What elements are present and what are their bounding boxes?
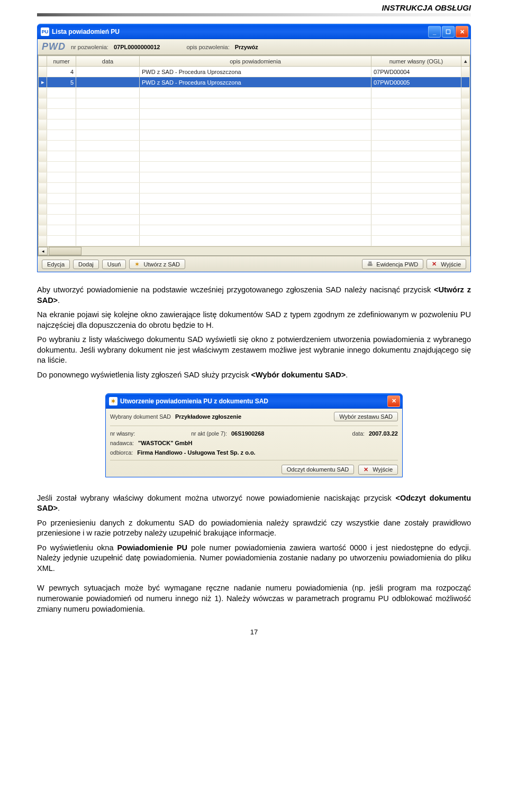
scroll-gutter	[461, 204, 470, 215]
cell-opis	[140, 130, 371, 141]
cell-data	[76, 77, 140, 88]
cell-opis	[140, 204, 371, 215]
cell-opis	[140, 151, 371, 162]
col-opis[interactable]: opis powiadomienia	[140, 56, 371, 67]
scroll-gutter	[461, 162, 470, 172]
cell-data	[76, 236, 140, 246]
col-scroll-placeholder: ▴	[461, 56, 470, 67]
para1c: .	[58, 296, 60, 304]
para5c: .	[58, 504, 60, 512]
cell-wlasny	[371, 193, 461, 204]
cell-opis: PWD z SAD - Procedura Uproszczona	[140, 67, 371, 77]
cell-numer	[47, 172, 76, 183]
scroll-gutter	[461, 67, 470, 77]
odczyt-dokumentu-sad-button[interactable]: Odczyt dokumentu SAD	[282, 465, 354, 474]
cell-data	[76, 204, 140, 215]
wyjscie-button[interactable]: Wyjście	[358, 465, 398, 475]
cell-numer	[47, 151, 76, 162]
scroll-gutter	[461, 109, 470, 119]
close-button[interactable]: ✕	[456, 26, 468, 38]
cell-opis: PWD z SAD - Procedura Uproszczona	[140, 77, 371, 88]
usun-button[interactable]: Usuń	[102, 260, 126, 269]
maximize-button[interactable]: ☐	[442, 26, 455, 38]
table-row[interactable]	[39, 141, 470, 151]
para4a: Do ponownego wyświetlenia listy zgłoszeń…	[37, 371, 251, 379]
grid[interactable]: numer data opis powiadomienia numer włas…	[38, 55, 470, 256]
table-row[interactable]	[39, 236, 470, 246]
wybrany-dokument-value: Przykładowe zgłoszenie	[175, 413, 241, 420]
row-indicator	[39, 215, 47, 225]
cell-data	[76, 109, 140, 119]
table-row[interactable]	[39, 88, 470, 98]
cell-wlasny	[371, 215, 461, 225]
minimize-button[interactable]: _	[428, 26, 441, 38]
table-row[interactable]	[39, 119, 470, 130]
table-row[interactable]	[39, 109, 470, 119]
cell-wlasny	[371, 151, 461, 162]
para7a: Po wyświetleniu okna	[37, 543, 117, 552]
cell-data	[76, 151, 140, 162]
cell-numer: 4	[47, 67, 76, 77]
cell-wlasny: 07PWD00005	[371, 77, 461, 88]
scroll-left-icon[interactable]: ◂	[38, 247, 48, 255]
wyjscie-button[interactable]: Wyjście	[427, 259, 466, 269]
nadawca-value: "WASTOCK" GmbH	[138, 440, 193, 446]
table-row[interactable]	[39, 172, 470, 183]
row-indicator	[39, 172, 47, 183]
scroll-gutter	[461, 141, 470, 151]
scroll-gutter	[461, 88, 470, 98]
titlebar[interactable]: Utworzenie powiadomienia PU z dokumentu …	[106, 394, 402, 409]
table-row[interactable]	[39, 98, 470, 109]
cell-data	[76, 98, 140, 109]
cell-wlasny	[371, 225, 461, 236]
table-row[interactable]	[39, 215, 470, 225]
titlebar[interactable]: PU Lista powiadomień PU _ ☐ ✕	[38, 24, 470, 39]
odbiorca-value: Firma Handlowo - Usługowa Test Sp. z o.o…	[137, 449, 255, 456]
cell-wlasny	[371, 119, 461, 130]
doc-header-title: INSTRUKCJA OBSŁUGI	[37, 0, 471, 12]
scroll-gutter	[461, 193, 470, 204]
nr-wlasny-label: nr własny:	[110, 430, 135, 437]
col-data[interactable]: data	[76, 56, 140, 67]
cell-wlasny	[371, 98, 461, 109]
close-icon	[432, 261, 439, 267]
table-row[interactable]: 4PWD z SAD - Procedura Uproszczona07PWD0…	[39, 67, 470, 77]
scroll-gutter	[461, 130, 470, 141]
utworz-z-sad-button[interactable]: Utwórz z SAD	[129, 259, 185, 269]
table-row[interactable]	[39, 204, 470, 215]
table-row[interactable]	[39, 225, 470, 236]
row-indicator	[39, 119, 47, 130]
table-row[interactable]	[39, 162, 470, 172]
cell-data	[76, 193, 140, 204]
horizontal-scrollbar[interactable]: ◂	[38, 246, 470, 255]
edycja-button[interactable]: Edycja	[42, 260, 70, 269]
cell-opis	[140, 162, 371, 172]
row-indicator	[39, 204, 47, 215]
cell-data	[76, 88, 140, 98]
table-row[interactable]	[39, 130, 470, 141]
cell-opis	[140, 236, 371, 246]
wybor-zestawu-sad-button[interactable]: Wybór zestawu SAD	[334, 412, 398, 421]
scroll-thumb[interactable]	[49, 247, 81, 255]
scroll-gutter	[461, 236, 470, 246]
col-wlasny[interactable]: numer własny (OGL)	[371, 56, 461, 67]
cell-wlasny	[371, 141, 461, 151]
table-row[interactable]	[39, 183, 470, 193]
row-indicator	[39, 183, 47, 193]
header-divider	[37, 13, 471, 16]
table-row[interactable]: ▸5PWD z SAD - Procedura Uproszczona07PWD…	[39, 77, 470, 88]
close-button[interactable]: ✕	[387, 395, 400, 407]
dodaj-button[interactable]: Dodaj	[73, 260, 99, 269]
table-row[interactable]	[39, 151, 470, 162]
star-icon	[134, 261, 141, 267]
col-numer[interactable]: numer	[47, 56, 76, 67]
row-indicator	[39, 225, 47, 236]
row-indicator	[39, 109, 47, 119]
data-value: 2007.03.22	[369, 430, 398, 437]
cell-numer	[47, 141, 76, 151]
table-row[interactable]	[39, 193, 470, 204]
cell-opis	[140, 98, 371, 109]
ewidencja-pwd-button[interactable]: Ewidencja PWD	[362, 259, 423, 269]
cell-numer	[47, 162, 76, 172]
separator	[110, 460, 398, 460]
